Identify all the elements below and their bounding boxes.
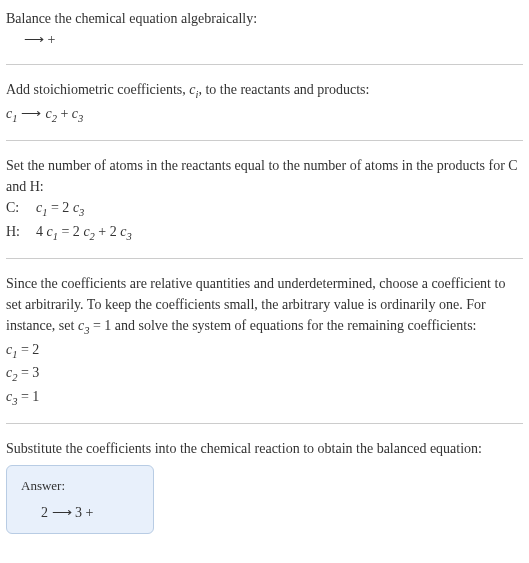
a3-val: = 1 — [17, 389, 39, 404]
h-rhs-sub: 3 — [126, 230, 131, 241]
assignment-3: c3 = 1 — [6, 386, 523, 410]
answer-label: Answer: — [21, 476, 139, 496]
step2-title: Add stoichiometric coefficients, ci, to … — [6, 79, 523, 103]
c-eq: = 2 — [47, 200, 72, 215]
step-atoms: Set the number of atoms in the reactants… — [6, 155, 523, 244]
c3-sub: 3 — [78, 112, 83, 123]
divider-1 — [6, 64, 523, 65]
answer-equation: 2 ⟶ 3 + — [21, 502, 139, 523]
step1-title: Balance the chemical equation algebraica… — [6, 8, 523, 29]
answer-box: Answer: 2 ⟶ 3 + — [6, 465, 154, 534]
atom-row-c: C: c1 = 2 c3 — [6, 197, 523, 221]
c-rhs-sub: 3 — [79, 207, 84, 218]
atom-row-h: H: 4 c1 = 2 c2 + 2 c3 — [6, 221, 523, 245]
step4-title: Since the coefficients are relative quan… — [6, 273, 523, 339]
step2-reaction: c1 ⟶ c2 + c3 — [6, 103, 523, 127]
step-balance: Balance the chemical equation algebraica… — [6, 8, 523, 50]
reaction-arrow: ⟶ — [17, 103, 45, 124]
a1-val: = 2 — [17, 342, 39, 357]
step2-title-after: , to the reactants and products: — [198, 82, 369, 97]
divider-3 — [6, 258, 523, 259]
step2-title-before: Add stoichiometric coefficients, — [6, 82, 189, 97]
atom-label-h: H: — [6, 221, 36, 242]
step3-title: Set the number of atoms in the reactants… — [6, 155, 523, 197]
step5-title: Substitute the coefficients into the che… — [6, 438, 523, 459]
h-eq: = 2 — [58, 224, 83, 239]
step1-reaction: ⟶ + — [6, 29, 523, 50]
a2-val: = 3 — [17, 365, 39, 380]
divider-2 — [6, 140, 523, 141]
assignment-1: c1 = 2 — [6, 339, 523, 363]
atom-label-c: C: — [6, 197, 36, 218]
assignment-2: c2 = 3 — [6, 362, 523, 386]
reaction-plus: + — [57, 106, 72, 121]
divider-4 — [6, 423, 523, 424]
h-lhs-coef: 4 — [36, 224, 47, 239]
h-plus: + 2 — [95, 224, 120, 239]
step-substitute: Substitute the coefficients into the che… — [6, 438, 523, 534]
step4-title-p2: = 1 and solve the system of equations fo… — [89, 318, 476, 333]
step-solve: Since the coefficients are relative quan… — [6, 273, 523, 409]
step-coefficients: Add stoichiometric coefficients, ci, to … — [6, 79, 523, 126]
